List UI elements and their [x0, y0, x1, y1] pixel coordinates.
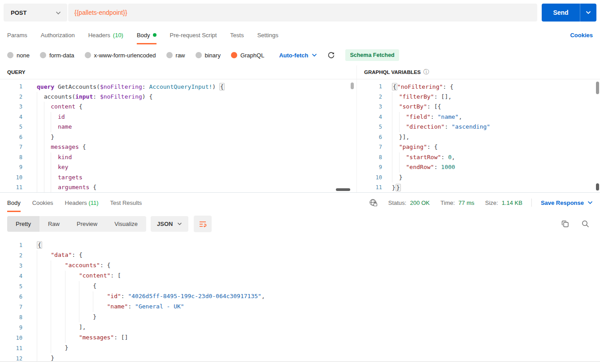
code-line: 4"field": "name", [357, 112, 600, 122]
view-preview[interactable]: Preview [68, 216, 106, 232]
radio-icon [85, 52, 91, 58]
view-pretty[interactable]: Pretty [7, 216, 39, 232]
view-raw[interactable]: Raw [39, 216, 68, 232]
tab-settings[interactable]: Settings [257, 26, 278, 44]
status-value: 200 OK [410, 199, 430, 206]
line-number: 8 [0, 154, 22, 160]
query-title: QUERY [7, 69, 25, 75]
code-line: 3"sortBy": [{ [357, 102, 600, 112]
url-input[interactable]: {{pallets-endpoint}} [68, 4, 537, 22]
format-dropdown[interactable]: JSON [151, 216, 188, 232]
radio-icon [7, 52, 13, 58]
code-line: 4id [0, 112, 357, 122]
radio-icon [166, 52, 173, 58]
line-number: 7 [0, 144, 22, 150]
search-icon[interactable] [582, 220, 589, 228]
code-line: 7messages { [0, 142, 357, 152]
refresh-icon [327, 52, 335, 59]
line-number: 2 [0, 94, 22, 100]
body-modified-dot [153, 33, 157, 37]
code-line: 5"direction": "ascending" [357, 122, 600, 132]
send-button[interactable]: Send [542, 4, 596, 22]
copy-icon[interactable] [561, 220, 569, 228]
tab-body[interactable]: Body [137, 26, 157, 44]
tab-tests[interactable]: Tests [230, 26, 243, 44]
code-line: 2"filterBy": [], [357, 92, 600, 102]
view-visualize[interactable]: Visualize [106, 216, 146, 232]
response-tab-headers[interactable]: Headers (11) [65, 194, 99, 212]
tab-pre-request-script[interactable]: Pre-request Script [170, 26, 217, 44]
divider [531, 199, 532, 207]
code-line: 12} [0, 353, 600, 362]
line-number: 1 [0, 242, 22, 248]
line-number: 5 [357, 124, 382, 130]
line-number: 1 [357, 83, 382, 90]
chevron-down-icon [312, 53, 317, 57]
chevron-down-icon [586, 11, 591, 14]
query-editor[interactable]: 1query GetAccounts($noFiltering: Account… [0, 79, 357, 192]
line-number: 6 [0, 134, 22, 140]
chevron-down-icon [56, 9, 61, 16]
code-line: 7"name": "General - UK" [0, 302, 600, 312]
radio-x-www-form-urlencoded[interactable]: x-www-form-urlencoded [85, 52, 156, 59]
code-line: 9key [0, 162, 357, 173]
code-line: 2accounts(input: $noFiltering) { [0, 92, 357, 102]
code-line: 8} [0, 312, 600, 322]
line-number: 11 [0, 184, 22, 191]
code-line: 9"endRow": 1000 [357, 162, 600, 173]
response-tab-cookies[interactable]: Cookies [32, 194, 53, 212]
code-line: 2"data": { [0, 250, 600, 260]
code-line: 5name [0, 122, 357, 132]
code-line: 5{ [0, 281, 600, 291]
line-number: 5 [0, 283, 22, 290]
save-response-button[interactable]: Save Response [541, 199, 593, 206]
response-body-editor[interactable]: 1{2"data": {3"accounts": {4"content": [5… [0, 236, 600, 362]
response-headers-count: (11) [88, 199, 98, 206]
radio-form-data[interactable]: form-data [40, 52, 74, 59]
method-selector[interactable]: POST [4, 4, 67, 22]
variables-vertical-scrollbar[interactable] [596, 82, 599, 94]
wrap-text-button[interactable] [194, 216, 212, 232]
send-button-label[interactable]: Send [542, 4, 580, 22]
line-number: 3 [0, 263, 22, 269]
radio-graphql[interactable]: GraphQL [231, 52, 264, 59]
query-vertical-scrollbar[interactable] [351, 82, 354, 89]
request-bar: POST {{pallets-endpoint}} Send [0, 0, 600, 25]
line-number: 6 [0, 294, 22, 300]
query-horizontal-scrollbar[interactable] [336, 188, 350, 191]
code-line: 3"accounts": { [0, 260, 600, 271]
line-number: 10 [357, 174, 382, 181]
variables-scrollbar-bottom[interactable] [596, 183, 599, 191]
code-line: 11} [0, 343, 600, 353]
send-options-button[interactable] [580, 4, 596, 22]
code-line: 9], [0, 322, 600, 333]
code-line: 11arguments { [0, 182, 357, 192]
chevron-down-icon [177, 222, 182, 225]
line-number: 8 [0, 314, 22, 321]
radio-none[interactable]: none [7, 52, 30, 59]
response-tab-body[interactable]: Body [7, 194, 21, 212]
radio-raw[interactable]: raw [166, 52, 185, 59]
line-number: 11 [0, 345, 22, 351]
radio-binary[interactable]: binary [196, 52, 221, 59]
code-line: 1{ [0, 240, 600, 250]
wrap-text-icon [199, 221, 207, 228]
query-panel: QUERY 1query GetAccounts($noFiltering: A… [0, 65, 357, 192]
response-tab-test-results[interactable]: Test Results [110, 194, 142, 212]
line-number: 10 [0, 174, 22, 181]
tab-params[interactable]: Params [7, 26, 27, 44]
tab-headers[interactable]: Headers (10) [88, 26, 123, 44]
variables-editor[interactable]: 1{"noFiltering": {2"filterBy": [],3"sort… [357, 79, 600, 192]
line-number: 5 [0, 124, 22, 130]
globe-lock-icon[interactable] [369, 199, 378, 207]
size-label: Size: [485, 199, 498, 206]
radio-icon [40, 52, 46, 58]
refresh-schema-button[interactable] [327, 52, 335, 59]
size-value: 1.14 KB [502, 199, 522, 206]
variables-title: GRAPHQL VARIABLES [364, 69, 421, 75]
tab-authorization[interactable]: Authorization [41, 26, 75, 44]
line-number: 6 [357, 134, 382, 140]
auto-fetch-dropdown[interactable]: Auto-fetch [279, 52, 317, 59]
line-number: 3 [357, 104, 382, 110]
cookies-link[interactable]: Cookies [570, 32, 593, 39]
